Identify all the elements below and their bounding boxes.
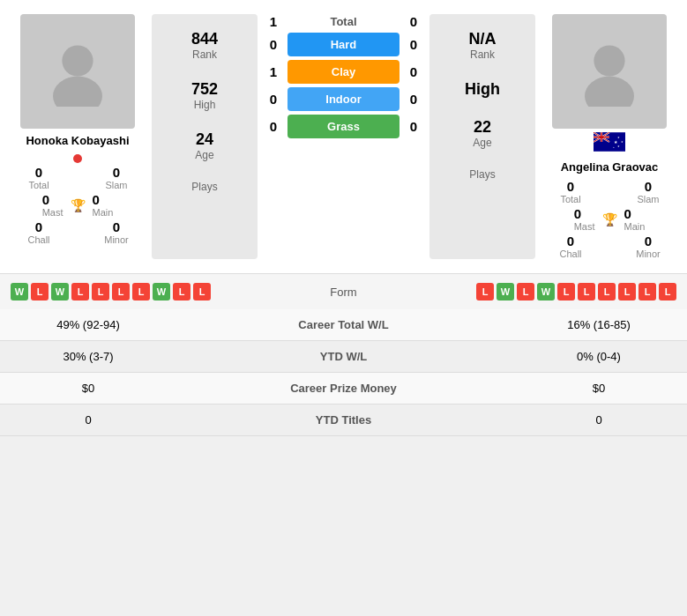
stats-row: 30% (3-7) YTD W/L 0% (0-4) — [0, 341, 687, 373]
player2-name: Angelina Graovac — [561, 160, 659, 174]
form-badge: L — [618, 283, 636, 301]
player1-avatar — [20, 14, 135, 129]
player1-slam: 0 Slam — [85, 165, 148, 190]
form-badge: W — [153, 283, 170, 301]
form-badge: L — [193, 283, 211, 301]
player2-card: ★ ★ ★ ★ ★ Angelina Graovac 0 Total 0 Sla… — [539, 14, 680, 259]
player1-high-block: 752 High — [159, 71, 250, 120]
form-badge: L — [659, 283, 676, 301]
player1-minor: 0 Minor — [85, 219, 148, 245]
player1-main: 0 Main — [93, 192, 114, 218]
form-section: W L W L L L L W L L Form L W L W L L L L… — [0, 273, 687, 309]
stat-p1-value: 49% (92-94) — [0, 309, 176, 341]
main-container: Honoka Kobayashi 0 Total 0 Slam 0 Mast 🏆 — [0, 0, 687, 436]
form-badge: L — [173, 283, 190, 301]
stat-p2-value: 0% (0-4) — [511, 341, 687, 373]
form-badge: L — [112, 283, 130, 301]
player1-trophy-icon: 🏆 — [71, 198, 86, 212]
form-badge: L — [557, 283, 575, 301]
player1-chall: 0 Chall — [7, 219, 71, 245]
grass-row: 0 Grass 0 — [265, 115, 422, 138]
stats-table: 49% (92-94) Career Total W/L 16% (16-85)… — [0, 309, 687, 436]
svg-point-0 — [62, 45, 93, 76]
player2-slam: 0 Slam — [616, 179, 680, 204]
scores-section: 1 Total 0 0 Hard 0 1 Clay 0 0 Indoor 0 0 — [261, 14, 426, 259]
clay-btn: Clay — [287, 60, 400, 84]
svg-text:★: ★ — [621, 140, 624, 144]
form-badge: L — [476, 283, 494, 301]
stat-p1-value: 30% (3-7) — [0, 341, 176, 373]
stats-row: $0 Career Prize Money $0 — [0, 373, 687, 404]
player2-age-block: 22 Age — [437, 109, 528, 158]
player2-high-block: High — [437, 71, 528, 108]
stat-p1-value: 0 — [0, 404, 176, 436]
svg-point-1 — [53, 77, 102, 107]
player1-stats: 0 Total 0 Slam — [7, 165, 148, 190]
stat-label: Career Total W/L — [176, 309, 511, 341]
form-badge: L — [598, 283, 616, 301]
stat-p2-value: $0 — [511, 373, 687, 404]
clay-row: 1 Clay 0 — [265, 60, 422, 84]
form-label: Form — [309, 286, 379, 299]
player1-center-stats: 844 Rank 752 High 24 Age Plays — [152, 14, 258, 259]
player1-card: Honoka Kobayashi 0 Total 0 Slam 0 Mast 🏆 — [7, 14, 148, 259]
stat-label: YTD Titles — [176, 404, 511, 436]
player2-form: L W L W L L L L L L — [385, 283, 677, 301]
player2-avatar — [552, 14, 667, 129]
player2-minor: 0 Minor — [616, 234, 680, 259]
form-badge: W — [537, 283, 555, 301]
player2-rank-block: N/A Rank — [437, 21, 528, 70]
form-badge: L — [578, 283, 595, 301]
player2-total: 0 Total — [539, 179, 602, 204]
player2-plays-block: Plays — [437, 160, 528, 189]
form-badge: L — [638, 283, 656, 301]
form-badge: W — [497, 283, 514, 301]
indoor-row: 0 Indoor 0 — [265, 87, 422, 111]
stat-label: Career Prize Money — [176, 373, 511, 404]
hard-row: 0 Hard 0 — [265, 33, 422, 56]
player1-plays-block: Plays — [159, 172, 250, 202]
player1-total: 0 Total — [7, 165, 71, 190]
hard-btn: Hard — [287, 33, 400, 56]
form-badge: L — [71, 283, 89, 301]
player2-center-stats: N/A Rank High 22 Age Plays — [429, 14, 535, 259]
player1-form: W L W L L L L W L L — [11, 283, 303, 301]
player1-rank-block: 844 Rank — [159, 21, 250, 70]
stat-p2-value: 16% (16-85) — [511, 309, 687, 341]
stats-row: 0 YTD Titles 0 — [0, 404, 687, 436]
player2-stats: 0 Total 0 Slam — [539, 179, 680, 204]
player1-age-block: 24 Age — [159, 122, 250, 170]
svg-point-2 — [594, 45, 624, 76]
form-badge: L — [517, 283, 534, 301]
stats-row: 49% (92-94) Career Total W/L 16% (16-85) — [0, 309, 687, 341]
grass-btn: Grass — [287, 115, 400, 138]
player2-trophy-icon: 🏆 — [602, 212, 617, 226]
player1-trophy-row: 0 Mast 🏆 0 Main — [42, 192, 114, 218]
player1-bottom-stats: 0 Chall 0 Minor — [7, 219, 148, 245]
svg-text:★: ★ — [613, 146, 615, 149]
total-score-row: 1 Total 0 — [265, 14, 422, 29]
form-badge: W — [11, 283, 28, 301]
form-badge: W — [51, 283, 69, 301]
stat-label: YTD W/L — [176, 341, 511, 373]
svg-text:★: ★ — [617, 145, 620, 148]
form-badge: L — [92, 283, 109, 301]
player2-mast: 0 Mast — [574, 206, 595, 232]
stat-p1-value: $0 — [0, 373, 176, 404]
player1-name: Honoka Kobayashi — [26, 134, 129, 147]
form-badge: L — [132, 283, 150, 301]
stat-p2-value: 0 — [511, 404, 687, 436]
player2-chall: 0 Chall — [539, 234, 602, 259]
player1-mast: 0 Mast — [42, 192, 63, 218]
svg-text:★: ★ — [617, 136, 620, 139]
form-badge: L — [31, 283, 49, 301]
players-section: Honoka Kobayashi 0 Total 0 Slam 0 Mast 🏆 — [0, 0, 687, 273]
svg-point-3 — [585, 77, 634, 107]
indoor-btn: Indoor — [287, 87, 400, 111]
player2-flag: ★ ★ ★ ★ ★ — [594, 132, 625, 152]
player2-main: 0 Main — [624, 206, 646, 232]
player1-indicator — [73, 154, 82, 163]
player2-bottom-stats: 0 Chall 0 Minor — [539, 234, 680, 259]
player2-trophy-row: 0 Mast 🏆 0 Main — [574, 206, 646, 232]
